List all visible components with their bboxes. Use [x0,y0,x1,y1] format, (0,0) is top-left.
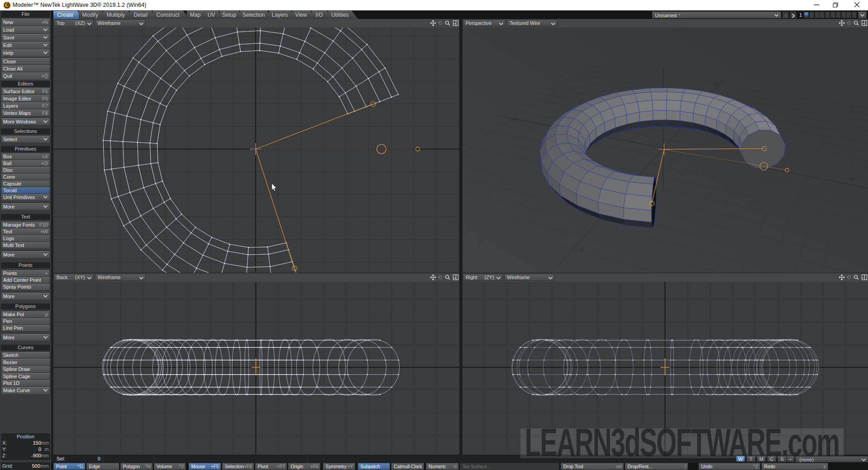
svg-text:+Z: +Z [713,82,718,86]
svg-text:-X: -X [849,177,853,181]
svg-text:+X: +X [511,118,516,122]
svg-text:-Z: -Z [580,248,584,252]
